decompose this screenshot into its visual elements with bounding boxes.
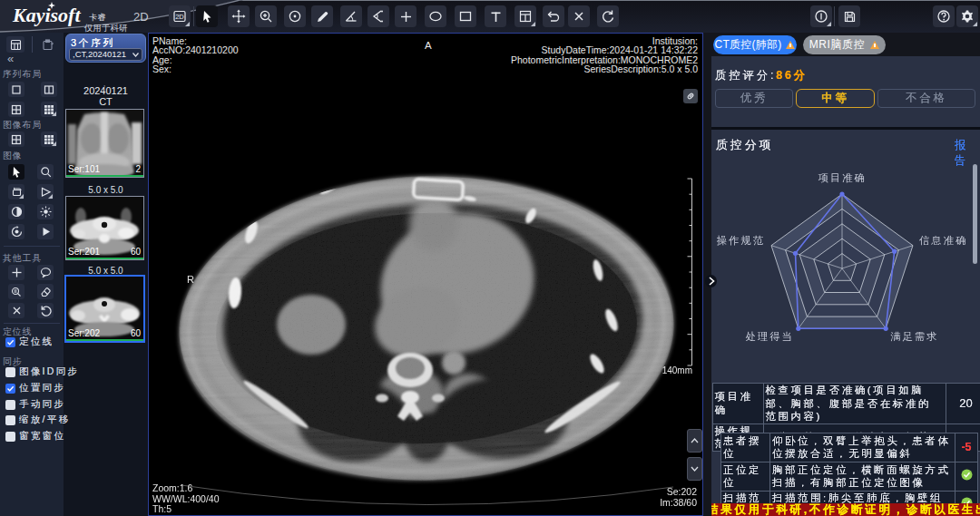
svg-text:信息准确: 信息准确 bbox=[919, 235, 967, 246]
svg-text:处理得当: 处理得当 bbox=[746, 331, 794, 342]
svg-text:2D: 2D bbox=[175, 13, 184, 21]
svg-text:满足需求: 满足需求 bbox=[890, 331, 938, 342]
svg-text:操作规范: 操作规范 bbox=[717, 235, 765, 246]
svg-text:项目准确: 项目准确 bbox=[818, 172, 866, 183]
